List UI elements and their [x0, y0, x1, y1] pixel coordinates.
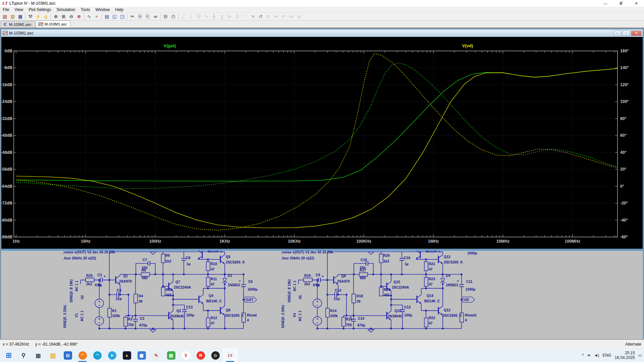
sticky-notes-icon[interactable]: ▤	[164, 349, 178, 362]
schematic-text[interactable]: Q13	[444, 308, 450, 312]
telegram-icon[interactable]: ➤	[105, 349, 119, 362]
schematic-text[interactable]: V5	[299, 295, 302, 299]
schematic-text[interactable]: R18	[357, 294, 363, 298]
schematic-text[interactable]: R26	[383, 254, 390, 257]
schematic-text[interactable]: Q14	[427, 294, 433, 298]
schematic-text[interactable]: R12	[211, 316, 217, 320]
tile-horizontally-button[interactable]: ◱	[111, 13, 118, 20]
plot-settings-pane-button[interactable]: ≈	[93, 13, 101, 20]
schematic-text[interactable]: 1µ	[405, 262, 409, 266]
task-view-icon[interactable]: ▥	[31, 349, 46, 362]
print-button[interactable]: ⎙	[169, 13, 177, 20]
zoom-full-extents-button[interactable]: ⊗	[75, 13, 83, 20]
schematic-text[interactable]: 1000µ	[248, 288, 257, 291]
net-label[interactable]: GST	[246, 298, 254, 302]
calculator-icon[interactable]: ▦	[134, 349, 149, 362]
menu-view[interactable]: View	[12, 7, 26, 12]
affinity-icon[interactable]: ▲	[119, 349, 134, 362]
schematic-text[interactable]: ;noise v(OUT) V2 dec 50 20 20k	[63, 251, 115, 254]
schematic-text[interactable]: R25	[86, 274, 93, 278]
zoom-in-button[interactable]: ⊕	[52, 13, 60, 20]
restore-button[interactable]: □	[613, 0, 629, 7]
schematic-text[interactable]: R22	[429, 316, 435, 320]
open-file-button[interactable]: ▥	[9, 13, 16, 20]
schematic-text[interactable]: C11	[466, 280, 473, 284]
schematic-text[interactable]: R10	[211, 262, 217, 266]
schematic-text[interactable]: C13	[186, 305, 193, 309]
schematic-text[interactable]: 2N3904C	[388, 315, 403, 318]
search-icon[interactable]: ⚲	[16, 349, 31, 362]
schematic-text[interactable]: 2SC5200_K	[444, 260, 463, 264]
schematic-text[interactable]: BD140_C	[206, 299, 222, 303]
schematic-text[interactable]: R33	[166, 288, 172, 292]
schematic-window[interactable]: +−+−GST;noise v(OUT) V2 dec 50 20 20k.fo…	[1, 250, 643, 339]
clock[interactable]: 20:1516.04.2025	[615, 351, 635, 360]
schematic-text[interactable]: 47	[211, 283, 215, 286]
schematic-text[interactable]: R17	[360, 268, 366, 272]
schematic-text[interactable]: SINE(0 .8 19k)	[69, 280, 73, 303]
schematic-text[interactable]: C15	[361, 258, 367, 262]
schematic-text[interactable]: Q9	[341, 274, 346, 278]
control-panel-button[interactable]: ⚒	[26, 13, 34, 20]
file-explorer-icon[interactable]: ▤	[46, 349, 60, 362]
schematic-text[interactable]: Q7	[175, 280, 180, 284]
schematic-text[interactable]: Q6	[226, 308, 230, 312]
schematic-text[interactable]: AC 1 1	[298, 310, 302, 321]
schematic-text[interactable]: SINE(0 .3 20k)	[281, 305, 285, 328]
schematic-text[interactable]: 1µ	[186, 262, 191, 266]
schematic-text[interactable]: 680	[142, 276, 148, 280]
ltspice-icon[interactable]: LT	[223, 349, 237, 362]
schematic-text[interactable]: C1	[98, 273, 102, 277]
menu-file[interactable]: File	[0, 7, 12, 12]
schematic-text[interactable]: 1k2	[383, 259, 389, 263]
schematic-text[interactable]: 455	[166, 293, 172, 297]
start-button[interactable]: ⊞	[1, 349, 16, 362]
print-preview-button[interactable]: ⊟	[162, 13, 169, 20]
schematic-text[interactable]: +	[104, 275, 106, 278]
schematic-text[interactable]: R6	[142, 268, 146, 272]
schematic-text[interactable]: C12	[404, 305, 411, 309]
schematic-text[interactable]: AC 1 1	[80, 310, 84, 321]
zoom-region-button[interactable]: ⊞	[60, 13, 67, 20]
schematic-text[interactable]: C4	[117, 289, 121, 292]
schematic-text[interactable]: BD140_C	[424, 299, 440, 303]
autorange-y-axis-button[interactable]: ∿	[85, 13, 93, 20]
menu-simulation[interactable]: Simulation	[54, 7, 78, 12]
plot-minimize-button[interactable]: —	[613, 31, 621, 36]
schematic-text[interactable]: R21	[429, 262, 435, 266]
schematic-text[interactable]: R14	[330, 309, 336, 313]
schematic-text[interactable]: 2SC5200_K	[226, 260, 245, 264]
schematic-text[interactable]: 1k2	[165, 259, 171, 263]
edge-icon[interactable]: ◠	[90, 349, 105, 362]
schematic-text[interactable]: 680	[360, 276, 366, 280]
schematic-text[interactable]: .four 20kHz 20 v(22)	[281, 256, 314, 260]
new-schematic-button[interactable]: ▤	[1, 13, 9, 20]
schematic-text[interactable]: 100p	[186, 313, 194, 317]
schematic-text[interactable]: C10	[358, 317, 364, 320]
network-icon[interactable]: ≋	[587, 353, 591, 358]
schematic-text[interactable]: D1	[228, 274, 232, 278]
schematic-text[interactable]: R4	[139, 294, 143, 298]
schematic-text[interactable]: Rload1	[465, 313, 477, 317]
tile-vertically-button[interactable]: ▤	[103, 13, 111, 20]
menu-plot-settings[interactable]: Plot Settings	[26, 7, 54, 12]
schematic-text[interactable]: 2SC5200_K	[443, 314, 462, 317]
cascade-windows-button[interactable]: ◳	[118, 13, 126, 20]
schematic-text[interactable]: AC 1 1	[293, 281, 297, 292]
firefox-icon[interactable]: ◠	[75, 349, 90, 362]
waveform-window-titlebar[interactable]: M-103M1.asc — ▫ ✕	[1, 29, 643, 37]
schematic-text[interactable]: C6	[248, 280, 253, 284]
trace-label[interactable]: V(vd)	[462, 43, 473, 48]
schematic-text[interactable]: V2	[80, 295, 84, 299]
schematic-text[interactable]: BD139_C	[208, 251, 223, 253]
schematic-text[interactable]: 455	[384, 293, 390, 297]
notification-center-icon[interactable]: ▭	[638, 353, 642, 358]
zoom-out-button[interactable]: ⊖	[67, 13, 75, 20]
schematic-text[interactable]: +	[457, 279, 459, 283]
copy-button[interactable]: ⎘	[136, 13, 144, 20]
schematic-text[interactable]: +	[239, 279, 241, 283]
schematic-text[interactable]: Q1	[123, 274, 128, 278]
find-button[interactable]: ∞	[152, 13, 159, 20]
viewer-icon[interactable]: ⊙	[208, 349, 223, 362]
schematic-text[interactable]: 470µ	[357, 323, 365, 327]
